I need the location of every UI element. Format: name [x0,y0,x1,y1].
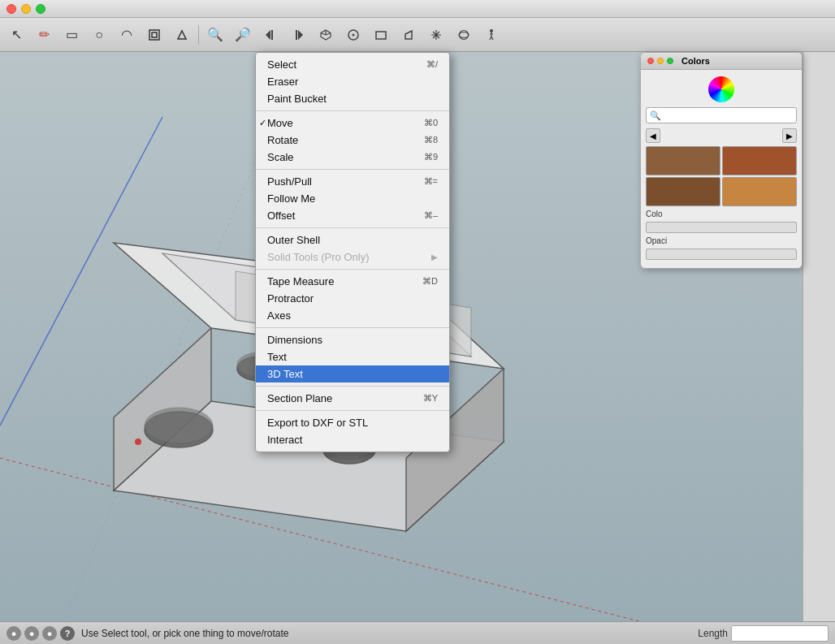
menu-item-axes-label: Axes [267,309,291,322]
menu-item-axes[interactable]: Axes [256,307,449,324]
menu-item-dimensions[interactable]: Dimensions [256,331,449,348]
material-swatches [646,146,797,206]
rectangle-tool-button[interactable]: ▭ [58,22,84,48]
next-view-button[interactable] [285,22,311,48]
mat-expand-button[interactable] [667,58,673,64]
right-view-button[interactable] [396,22,422,48]
svg-point-14 [490,29,493,32]
menu-item-dimensions-label: Dimensions [267,334,322,346]
svg-point-10 [353,33,355,36]
material-prev-button[interactable]: ◀ [646,128,660,143]
status-message: Use Select tool, or pick one thing to mo… [81,628,288,639]
menu-item-follow-me[interactable]: Follow Me [256,190,449,207]
materials-body: ◀ ▶ Colo Opaci [641,70,802,268]
menu-item-select-shortcut: ⌘/ [410,59,438,70]
menu-item-tape-measure-shortcut: ⌘D [406,276,438,287]
menu-item-3d-text[interactable]: 3D Text [256,365,449,383]
svg-rect-5 [296,30,297,40]
orbit-tool-button[interactable] [451,22,477,48]
menu-item-push-pull[interactable]: Push/Pull ⌘= [256,173,449,190]
prev-view-button[interactable] [257,22,283,48]
menu-item-outer-shell[interactable]: Outer Shell [256,231,449,249]
dropdown-menu: Select ⌘/ Eraser Paint Bucket ✓ Move ⌘0 … [255,52,450,452]
menu-item-offset[interactable]: Offset ⌘– [256,207,449,224]
menu-item-tape-measure[interactable]: Tape Measure ⌘D [256,273,449,290]
mat-close-button[interactable] [647,58,654,64]
zoom-window-tool-button[interactable]: 🔎 [230,22,256,48]
material-nav: ◀ ▶ [646,128,797,143]
front-view-button[interactable] [368,22,394,48]
status-icons: ● ● ● ? [6,626,75,641]
menu-item-section-plane-shortcut: ⌘Y [407,393,438,404]
svg-line-8 [326,32,331,35]
material-swatch-1[interactable] [646,146,720,175]
color-slider[interactable] [646,222,797,233]
svg-point-30 [145,408,213,443]
menu-item-scale-shortcut: ⌘9 [408,152,438,162]
menu-item-offset-shortcut: ⌘– [408,210,438,221]
menu-item-text[interactable]: Text [256,348,449,365]
menu-item-outer-shell-label: Outer Shell [267,234,320,246]
menu-item-text-label: Text [267,351,287,363]
materials-titlebar: Colors [641,53,802,70]
menu-item-rotate-shortcut: ⌘8 [408,135,438,145]
material-swatch-4[interactable] [722,177,797,206]
length-label: Length [698,628,728,639]
svg-rect-0 [149,30,159,40]
iso-view-button[interactable] [313,22,339,48]
svg-point-35 [135,439,141,445]
menu-item-scale[interactable]: Scale ⌘9 [256,149,449,166]
material-swatch-2[interactable] [722,146,797,175]
materials-title: Colors [681,56,710,66]
menu-item-export-dxf[interactable]: Export to DXF or STL [256,414,449,431]
menu-separator-1 [256,110,449,111]
circle-tool-button[interactable]: ○ [86,22,112,48]
arc-tool-button[interactable]: ◠ [114,22,140,48]
top-view-button[interactable] [340,22,366,48]
maximize-button[interactable] [36,4,45,14]
svg-line-7 [321,32,326,35]
menu-item-paint-bucket[interactable]: Paint Bucket [256,90,449,107]
opacity-slider[interactable] [646,249,797,260]
menu-item-rotate[interactable]: Rotate ⌘8 [256,132,449,149]
close-button[interactable] [6,4,16,14]
svg-rect-3 [271,30,273,40]
menu-separator-4 [256,269,449,270]
minimize-button[interactable] [21,4,31,14]
material-swatch-3[interactable] [646,177,720,206]
menu-separator-3 [256,227,449,228]
zoom-tool-button[interactable]: 🔍 [202,22,228,48]
material-next-button[interactable]: ▶ [782,128,797,143]
svg-point-12 [459,32,469,37]
status-icon-2: ● [24,626,39,641]
pencil-tool-button[interactable]: ✏ [31,22,57,48]
menu-item-protractor-label: Protractor [267,292,314,305]
select-tool-button[interactable]: ↖ [3,22,29,48]
menu-separator-6 [256,386,449,387]
menu-item-select[interactable]: Select ⌘/ [256,56,449,73]
offset-tool-button[interactable] [141,22,167,48]
mat-minimize-button[interactable] [657,58,664,64]
menu-item-move[interactable]: ✓ Move ⌘0 [256,115,449,132]
menu-item-solid-tools: Solid Tools (Pro Only) ▶ [256,249,449,266]
menu-item-protractor[interactable]: Protractor [256,290,449,307]
pan-tool-button[interactable] [423,22,449,48]
menu-separator-2 [256,169,449,170]
menu-item-move-shortcut: ⌘0 [408,118,438,128]
length-input[interactable] [731,625,829,642]
traffic-lights [6,4,45,14]
menu-separator-7 [256,410,449,411]
material-search-input[interactable] [646,107,797,123]
menu-item-tape-measure-label: Tape Measure [267,275,334,287]
menu-item-section-plane[interactable]: Section Plane ⌘Y [256,390,449,407]
walk-tool-button[interactable] [478,22,504,48]
statusbar: ● ● ● ? Use Select tool, or pick one thi… [0,621,835,644]
help-icon[interactable]: ? [60,626,75,641]
menu-item-eraser[interactable]: Eraser [256,73,449,90]
menu-item-push-pull-label: Push/Pull [267,175,312,188]
push-pull-tool-button[interactable] [169,22,195,48]
status-length-area: Length [698,625,829,642]
menu-item-interact[interactable]: Interact [256,431,449,448]
color-wheel[interactable] [708,76,734,102]
menu-separator-5 [256,327,449,328]
